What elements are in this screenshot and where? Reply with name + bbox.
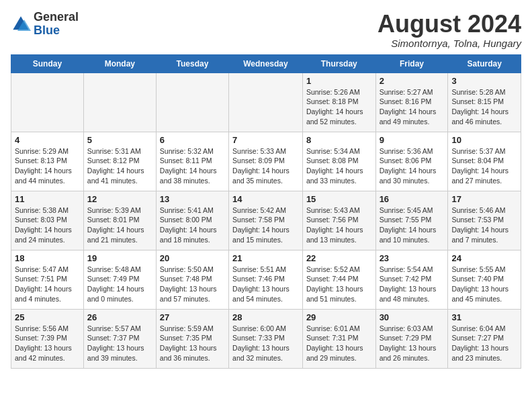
calendar-day-cell: 16Sunrise: 5:45 AM Sunset: 7:55 PM Dayli… <box>375 191 448 250</box>
day-info: Sunrise: 5:41 AM Sunset: 8:00 PM Dayligh… <box>160 205 225 245</box>
day-info: Sunrise: 5:43 AM Sunset: 7:56 PM Dayligh… <box>306 205 372 245</box>
day-number: 24 <box>451 253 517 263</box>
day-info: Sunrise: 5:55 AM Sunset: 7:40 PM Dayligh… <box>451 265 517 304</box>
day-number: 4 <box>15 135 80 145</box>
weekday-header-wednesday: Wednesday <box>229 54 303 73</box>
day-number: 2 <box>380 76 445 86</box>
calendar-empty-cell <box>229 73 303 132</box>
day-number: 10 <box>451 135 517 145</box>
calendar-day-cell: 27Sunrise: 5:59 AM Sunset: 7:35 PM Dayli… <box>156 309 228 368</box>
weekday-header-friday: Friday <box>375 54 448 73</box>
weekday-header-saturday: Saturday <box>448 54 521 73</box>
calendar-week-row: 11Sunrise: 5:38 AM Sunset: 8:03 PM Dayli… <box>11 191 521 250</box>
day-number: 3 <box>451 76 517 86</box>
logo-blue-text: Blue <box>34 24 60 37</box>
calendar-day-cell: 1Sunrise: 5:26 AM Sunset: 8:18 PM Daylig… <box>302 73 375 132</box>
calendar-day-cell: 11Sunrise: 5:38 AM Sunset: 8:03 PM Dayli… <box>11 191 84 250</box>
calendar-header: SundayMondayTuesdayWednesdayThursdayFrid… <box>11 54 521 73</box>
day-number: 12 <box>87 194 152 204</box>
calendar-day-cell: 4Sunrise: 5:29 AM Sunset: 8:13 PM Daylig… <box>11 132 84 191</box>
day-info: Sunrise: 5:36 AM Sunset: 8:06 PM Dayligh… <box>380 146 445 186</box>
day-info: Sunrise: 5:59 AM Sunset: 7:35 PM Dayligh… <box>160 324 225 363</box>
day-number: 17 <box>451 194 517 204</box>
calendar-day-cell: 3Sunrise: 5:28 AM Sunset: 8:15 PM Daylig… <box>448 73 521 132</box>
calendar-day-cell: 14Sunrise: 5:42 AM Sunset: 7:58 PM Dayli… <box>229 191 303 250</box>
day-number: 22 <box>306 253 372 263</box>
calendar-day-cell: 13Sunrise: 5:41 AM Sunset: 8:00 PM Dayli… <box>156 191 228 250</box>
weekday-header-thursday: Thursday <box>302 54 375 73</box>
day-info: Sunrise: 5:54 AM Sunset: 7:42 PM Dayligh… <box>380 265 445 304</box>
day-info: Sunrise: 5:42 AM Sunset: 7:58 PM Dayligh… <box>232 205 299 245</box>
day-info: Sunrise: 5:52 AM Sunset: 7:44 PM Dayligh… <box>306 265 372 304</box>
day-number: 31 <box>451 312 517 322</box>
day-number: 19 <box>87 253 152 263</box>
day-info: Sunrise: 5:37 AM Sunset: 8:04 PM Dayligh… <box>451 146 517 186</box>
weekday-header-row: SundayMondayTuesdayWednesdayThursdayFrid… <box>11 54 521 73</box>
calendar-day-cell: 15Sunrise: 5:43 AM Sunset: 7:56 PM Dayli… <box>302 191 375 250</box>
day-number: 11 <box>15 194 80 204</box>
weekday-header-monday: Monday <box>83 54 156 73</box>
day-info: Sunrise: 6:00 AM Sunset: 7:33 PM Dayligh… <box>232 324 299 363</box>
day-number: 8 <box>306 135 372 145</box>
calendar-week-row: 18Sunrise: 5:47 AM Sunset: 7:51 PM Dayli… <box>11 250 521 309</box>
month-year-title: August 2024 <box>378 11 521 38</box>
calendar-day-cell: 18Sunrise: 5:47 AM Sunset: 7:51 PM Dayli… <box>11 250 84 309</box>
calendar-day-cell: 6Sunrise: 5:32 AM Sunset: 8:11 PM Daylig… <box>156 132 228 191</box>
calendar-day-cell: 30Sunrise: 6:03 AM Sunset: 7:29 PM Dayli… <box>375 309 448 368</box>
day-info: Sunrise: 5:32 AM Sunset: 8:11 PM Dayligh… <box>160 146 225 186</box>
title-block: August 2024 Simontornya, Tolna, Hungary <box>378 11 521 49</box>
calendar-day-cell: 31Sunrise: 6:04 AM Sunset: 7:27 PM Dayli… <box>448 309 521 368</box>
page-header: General Blue August 2024 Simontornya, To… <box>11 11 521 49</box>
day-info: Sunrise: 5:27 AM Sunset: 8:16 PM Dayligh… <box>380 87 445 127</box>
day-info: Sunrise: 5:50 AM Sunset: 7:48 PM Dayligh… <box>160 265 225 304</box>
day-number: 7 <box>232 135 299 145</box>
day-info: Sunrise: 5:47 AM Sunset: 7:51 PM Dayligh… <box>15 265 80 304</box>
day-info: Sunrise: 5:48 AM Sunset: 7:49 PM Dayligh… <box>87 265 152 304</box>
day-number: 20 <box>160 253 225 263</box>
calendar-day-cell: 19Sunrise: 5:48 AM Sunset: 7:49 PM Dayli… <box>83 250 156 309</box>
day-info: Sunrise: 5:33 AM Sunset: 8:09 PM Dayligh… <box>232 146 299 186</box>
calendar-week-row: 1Sunrise: 5:26 AM Sunset: 8:18 PM Daylig… <box>11 73 521 132</box>
day-info: Sunrise: 5:56 AM Sunset: 7:39 PM Dayligh… <box>15 324 80 363</box>
calendar-day-cell: 12Sunrise: 5:39 AM Sunset: 8:01 PM Dayli… <box>83 191 156 250</box>
day-info: Sunrise: 5:34 AM Sunset: 8:08 PM Dayligh… <box>306 146 372 186</box>
day-info: Sunrise: 5:45 AM Sunset: 7:55 PM Dayligh… <box>380 205 445 245</box>
calendar-day-cell: 29Sunrise: 6:01 AM Sunset: 7:31 PM Dayli… <box>302 309 375 368</box>
day-info: Sunrise: 5:38 AM Sunset: 8:03 PM Dayligh… <box>15 205 80 245</box>
calendar-week-row: 25Sunrise: 5:56 AM Sunset: 7:39 PM Dayli… <box>11 309 521 368</box>
logo-text: General Blue <box>34 11 79 38</box>
day-info: Sunrise: 6:03 AM Sunset: 7:29 PM Dayligh… <box>380 324 445 363</box>
calendar-day-cell: 26Sunrise: 5:57 AM Sunset: 7:37 PM Dayli… <box>83 309 156 368</box>
day-number: 26 <box>87 312 152 322</box>
day-number: 5 <box>87 135 152 145</box>
day-number: 9 <box>380 135 445 145</box>
weekday-header-tuesday: Tuesday <box>156 54 228 73</box>
calendar-day-cell: 23Sunrise: 5:54 AM Sunset: 7:42 PM Dayli… <box>375 250 448 309</box>
calendar-week-row: 4Sunrise: 5:29 AM Sunset: 8:13 PM Daylig… <box>11 132 521 191</box>
calendar-day-cell: 2Sunrise: 5:27 AM Sunset: 8:16 PM Daylig… <box>375 73 448 132</box>
day-info: Sunrise: 5:31 AM Sunset: 8:12 PM Dayligh… <box>87 146 152 186</box>
calendar-empty-cell <box>83 73 156 132</box>
calendar-day-cell: 5Sunrise: 5:31 AM Sunset: 8:12 PM Daylig… <box>83 132 156 191</box>
calendar-day-cell: 28Sunrise: 6:00 AM Sunset: 7:33 PM Dayli… <box>229 309 303 368</box>
calendar-day-cell: 24Sunrise: 5:55 AM Sunset: 7:40 PM Dayli… <box>448 250 521 309</box>
calendar-day-cell: 8Sunrise: 5:34 AM Sunset: 8:08 PM Daylig… <box>302 132 375 191</box>
logo-general-text: General <box>34 10 79 24</box>
calendar-empty-cell <box>156 73 228 132</box>
day-info: Sunrise: 5:57 AM Sunset: 7:37 PM Dayligh… <box>87 324 152 363</box>
calendar-body: 1Sunrise: 5:26 AM Sunset: 8:18 PM Daylig… <box>11 73 521 368</box>
calendar-empty-cell <box>11 73 84 132</box>
calendar-day-cell: 17Sunrise: 5:46 AM Sunset: 7:53 PM Dayli… <box>448 191 521 250</box>
calendar-table: SundayMondayTuesdayWednesdayThursdayFrid… <box>11 54 521 369</box>
day-number: 6 <box>160 135 225 145</box>
calendar-day-cell: 22Sunrise: 5:52 AM Sunset: 7:44 PM Dayli… <box>302 250 375 309</box>
calendar-day-cell: 25Sunrise: 5:56 AM Sunset: 7:39 PM Dayli… <box>11 309 84 368</box>
day-number: 1 <box>306 76 372 86</box>
calendar-day-cell: 10Sunrise: 5:37 AM Sunset: 8:04 PM Dayli… <box>448 132 521 191</box>
day-number: 13 <box>160 194 225 204</box>
day-info: Sunrise: 5:39 AM Sunset: 8:01 PM Dayligh… <box>87 205 152 245</box>
location-subtitle: Simontornya, Tolna, Hungary <box>378 38 521 49</box>
weekday-header-sunday: Sunday <box>11 54 84 73</box>
calendar-day-cell: 7Sunrise: 5:33 AM Sunset: 8:09 PM Daylig… <box>229 132 303 191</box>
day-number: 15 <box>306 194 372 204</box>
